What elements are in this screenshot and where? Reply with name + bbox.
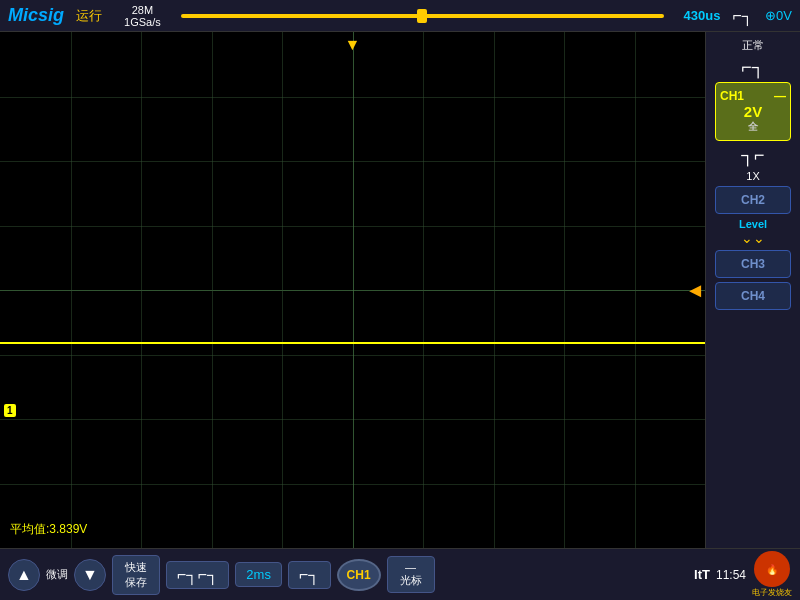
grid-v-8 <box>564 32 565 548</box>
cursor-button[interactable]: — 光标 <box>387 556 435 593</box>
timebase-display: 430us <box>684 8 721 23</box>
down-button[interactable]: ▼ <box>74 559 106 591</box>
grid-v-9 <box>635 32 636 548</box>
timebase-slider[interactable] <box>181 10 664 22</box>
logo-icon: 🔥 <box>766 564 778 575</box>
ch-selector-button[interactable]: CH1 <box>337 559 381 591</box>
grid-v-4 <box>282 32 283 548</box>
fine-tune-label: 微调 <box>46 567 68 582</box>
wave2-icon: ⌐┐ <box>299 566 320 583</box>
grid-v-7 <box>494 32 495 548</box>
sample-rate-block: 28M 1GSa/s <box>124 4 161 28</box>
slider-handle[interactable] <box>417 9 427 23</box>
grid-v-1 <box>71 32 72 548</box>
ch1-ground-marker: 1 <box>4 404 16 417</box>
avg-value-display: 平均值:3.839V <box>10 521 87 538</box>
chevron-down-icon: ⌄⌄ <box>741 230 765 246</box>
ch1-sub: 全 <box>720 120 786 134</box>
probe-label: 1X <box>746 170 759 182</box>
right-panel: 正常 ⌐┐ CH1 — 2V 全 ┐⌐ 1X CH2 Level ⌄⌄ CH3 … <box>705 32 800 548</box>
wave1-button[interactable]: ⌐┐⌐┐ <box>166 561 229 589</box>
sample-rate-label: 1GSa/s <box>124 16 161 28</box>
trigger-level-label: ⊕0V <box>765 8 792 23</box>
level-label: Level <box>739 218 767 230</box>
up-button[interactable]: ▲ <box>8 559 40 591</box>
level-control[interactable]: Level ⌄⌄ <box>739 218 767 246</box>
trigger-status-label: 正常 <box>742 38 764 53</box>
ch3-label: CH3 <box>741 257 765 271</box>
ch1-voltage: 2V <box>720 103 786 120</box>
ch2-button[interactable]: CH2 <box>715 186 791 214</box>
scope-area: ▼ ◄ 1 平均值:3.839V <box>0 32 705 548</box>
ch1-signal-line <box>0 342 705 344</box>
trigger-pulse-icon: ⌐┐ <box>732 7 753 25</box>
quick-save-button[interactable]: 快速 保存 <box>112 555 160 595</box>
run-status: 运行 <box>76 7 102 25</box>
time-div-button[interactable]: 2ms <box>235 562 282 587</box>
logo-circle: 🔥 <box>754 551 790 587</box>
ch1-label: CH1 <box>720 89 744 103</box>
grid-v-center <box>353 32 354 548</box>
rising-edge-icon[interactable]: ⌐┐ <box>741 57 764 78</box>
grid-canvas <box>0 32 705 548</box>
brand-logo: Micsig <box>8 5 64 26</box>
trigger-level-arrow: ◄ <box>685 280 705 300</box>
wave1-icon: ⌐┐⌐┐ <box>177 566 218 583</box>
bandwidth-label: 28M <box>132 4 153 16</box>
ch2-label: CH2 <box>741 193 765 207</box>
itt-label: ItT <box>694 567 710 582</box>
time-display: 11:54 <box>716 568 746 582</box>
ch4-button[interactable]: CH4 <box>715 282 791 310</box>
grid-v-2 <box>141 32 142 548</box>
logo-text: 电子发烧友 <box>752 587 792 598</box>
falling-edge-icon[interactable]: ┐⌐ <box>741 145 764 166</box>
ch3-button[interactable]: CH3 <box>715 250 791 278</box>
ch4-label: CH4 <box>741 289 765 303</box>
top-bar: Micsig 运行 28M 1GSa/s 430us ⌐┐ ⊕0V <box>0 0 800 32</box>
wave2-button[interactable]: ⌐┐ <box>288 561 331 589</box>
bottom-right-area: ItT 11:54 🔥 电子发烧友 <box>694 551 792 598</box>
grid-v-6 <box>423 32 424 548</box>
ch1-dash: — <box>774 89 786 103</box>
bottom-bar: ▲ 微调 ▼ 快速 保存 ⌐┐⌐┐ 2ms ⌐┐ CH1 — 光标 ItT 11… <box>0 548 800 600</box>
ch1-button[interactable]: CH1 — 2V 全 <box>715 82 791 141</box>
logo-block: 🔥 电子发烧友 <box>752 551 792 598</box>
grid-v-3 <box>212 32 213 548</box>
trigger-marker-top: ▼ <box>345 36 361 54</box>
